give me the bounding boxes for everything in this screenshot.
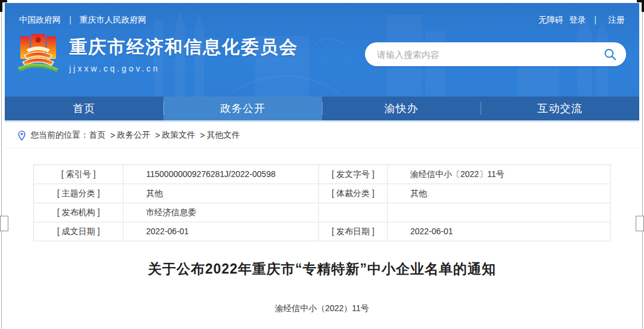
frame-edge-left	[1, 0, 2, 329]
link-register[interactable]: 注册	[608, 15, 625, 24]
breadcrumb-prefix: 您当前的位置：	[30, 130, 89, 141]
topbar-left-links: 中国政府网 | 重庆市人民政府网	[19, 15, 146, 26]
topbar-separator-2: |	[594, 15, 596, 24]
article-doc-number: 渝经信中小（2022）11号	[5, 303, 639, 314]
meta-label-topic-category: [ 主题分类 ]	[34, 184, 123, 203]
frame-handle-left	[0, 216, 8, 231]
meta-label-doc-symbol: [ 发文字号 ]	[319, 165, 388, 184]
meta-value-topic-category: 其他	[123, 184, 319, 203]
meta-value-empty	[388, 203, 611, 222]
site-logo-icon	[16, 34, 61, 75]
meta-value-index-no: 11500000009276281J/2022-00598	[123, 165, 319, 184]
site-url: jjxxw.cq.gov.cn	[69, 64, 298, 73]
meta-value-issuing-agency: 市经济信息委	[123, 203, 319, 222]
main-nav: 首页 政务公开 渝快办 互动交流	[5, 97, 639, 120]
meta-label-publish-date: [ 发布日期 ]	[319, 222, 388, 241]
article-title: 关于公布2022年重庆市“专精特新”中小企业名单的通知	[5, 260, 639, 278]
frame-handle-right	[636, 216, 644, 231]
topbar-separator: |	[69, 15, 72, 24]
meta-label-genre-category: [ 体裁分类 ]	[319, 184, 388, 203]
site-header: 中国政府网 | 重庆市人民政府网 无障碍 登录 | 注册	[5, 3, 639, 97]
meta-label-written-date: [ 成文日期 ]	[34, 222, 123, 241]
breadcrumb-separator: >	[110, 131, 115, 140]
search-input[interactable]	[377, 49, 603, 60]
meta-label-empty	[319, 203, 388, 222]
link-accessibility[interactable]: 无障碍	[538, 15, 564, 24]
nav-item-gov-affairs[interactable]: 政务公开	[163, 97, 322, 120]
brand-text: 重庆市经济和信息化委员会 jjxxw.cq.gov.cn	[69, 35, 298, 73]
frame-corner-top-right	[637, 0, 644, 12]
site-title: 重庆市经济和信息化委员会	[69, 35, 298, 60]
page: 中国政府网 | 重庆市人民政府网 无障碍 登录 | 注册	[0, 0, 644, 329]
meta-label-index-no: [ 索引号 ]	[34, 165, 123, 184]
nav-item-interaction[interactable]: 互动交流	[481, 97, 639, 120]
breadcrumb-policy-files[interactable]: 政策文件	[162, 130, 195, 141]
meta-value-genre-category: 其他	[388, 184, 611, 203]
frame-corner-top-left	[0, 0, 7, 12]
breadcrumb: 您当前的位置： 首页 > 政务公开 > 政策文件 > 其他文件	[5, 122, 639, 148]
site-container: 中国政府网 | 重庆市人民政府网 无障碍 登录 | 注册	[5, 3, 639, 314]
location-pin-icon	[18, 131, 26, 141]
link-chongqing-gov[interactable]: 重庆市人民政府网	[79, 15, 146, 24]
search-icon[interactable]	[603, 48, 617, 61]
top-utility-bar: 中国政府网 | 重庆市人民政府网 无障碍 登录 | 注册	[5, 3, 639, 26]
nav-item-home[interactable]: 首页	[5, 97, 163, 120]
meta-value-publish-date: 2022-06-01	[388, 222, 611, 241]
breadcrumb-home[interactable]: 首页	[89, 130, 106, 141]
meta-value-written-date: 2022-06-01	[123, 222, 319, 241]
meta-label-issuing-agency: [ 发布机构 ]	[34, 203, 123, 222]
brand-row: 重庆市经济和信息化委员会 jjxxw.cq.gov.cn	[5, 26, 639, 75]
breadcrumb-other-files[interactable]: 其他文件	[207, 130, 240, 141]
meta-value-doc-symbol: 渝经信中小〔2022〕11号	[388, 165, 611, 184]
link-login[interactable]: 登录	[569, 15, 586, 24]
nav-item-yukuaiban[interactable]: 渝快办	[322, 97, 481, 120]
document-meta-table: [ 索引号 ] 11500000009276281J/2022-00598 [ …	[33, 164, 611, 241]
breadcrumb-separator: >	[155, 131, 160, 140]
breadcrumb-gov-affairs[interactable]: 政务公开	[117, 130, 150, 141]
link-china-gov[interactable]: 中国政府网	[19, 15, 61, 24]
topbar-right-links: 无障碍 登录 | 注册	[535, 15, 625, 26]
breadcrumb-separator: >	[200, 131, 205, 140]
search-box	[365, 42, 626, 66]
frame-edge-right	[642, 0, 643, 329]
